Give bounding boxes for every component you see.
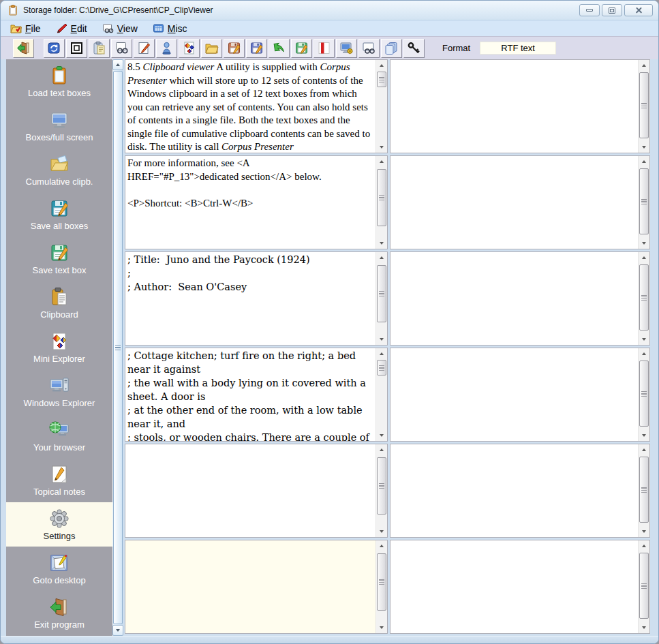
right-box-2-scrollbar[interactable] — [638, 156, 649, 249]
toolbar-button-open-folder[interactable] — [201, 39, 222, 58]
right-box-6-scrollbar[interactable] — [638, 540, 649, 633]
toolbar-button-figure[interactable] — [156, 39, 177, 58]
close-button[interactable] — [624, 4, 653, 16]
toolbar-button-program[interactable] — [44, 39, 65, 58]
scroll-down-arrow[interactable] — [639, 238, 649, 249]
sidebar-item-clipboard[interactable]: Clipboard — [6, 281, 112, 325]
menu-view[interactable]: View — [98, 22, 144, 35]
title-bar[interactable]: Storage folder: C:\Drive_G\CPresent\CP_C… — [1, 1, 658, 20]
text-box-2-content[interactable]: For more information, see <A HREF="#P_13… — [125, 156, 376, 249]
scroll-thumb[interactable] — [377, 360, 386, 375]
text-box-5-content[interactable] — [125, 444, 376, 537]
text-box-3-scrollbar[interactable] — [376, 252, 387, 345]
scroll-thumb[interactable] — [377, 457, 386, 515]
toolbar-button-key[interactable] — [403, 39, 425, 58]
scroll-thumb[interactable] — [377, 265, 386, 322]
scroll-up-arrow[interactable] — [639, 348, 649, 359]
right-box-6-content[interactable] — [390, 540, 638, 633]
scroll-down-arrow[interactable] — [639, 622, 649, 633]
scroll-down-arrow[interactable] — [639, 526, 649, 537]
scroll-down-arrow[interactable] — [376, 334, 387, 345]
toolbar-button-save-blue[interactable] — [246, 39, 267, 58]
text-box-1-content[interactable]: 8.5 Clipboard viewer A utility is suppli… — [125, 60, 376, 153]
toolbar-button-return[interactable] — [269, 39, 290, 58]
toolbar-button-mini-explorer[interactable] — [179, 39, 200, 58]
right-box-4-scrollbar[interactable] — [638, 348, 649, 441]
scroll-thumb[interactable] — [639, 457, 649, 523]
scroll-up-arrow[interactable] — [376, 540, 387, 551]
right-box-4-content[interactable] — [390, 348, 638, 441]
right-box-3-content[interactable] — [390, 252, 638, 345]
sidebar-item-settings[interactable]: Settings — [6, 502, 112, 547]
scroll-thumb[interactable] — [639, 553, 649, 619]
scroll-down-arrow[interactable] — [376, 238, 387, 249]
scroll-down-arrow[interactable] — [639, 334, 649, 345]
scroll-up-arrow[interactable] — [639, 60, 649, 71]
right-box-1-scrollbar[interactable] — [638, 60, 649, 153]
maximize-button[interactable] — [602, 4, 622, 16]
format-value-field[interactable]: RTF text — [480, 42, 556, 55]
toolbar-button-windows-stack[interactable] — [381, 39, 402, 58]
toolbar-button-save-green[interactable] — [291, 39, 312, 58]
text-box-6-scrollbar[interactable] — [376, 540, 387, 633]
menu-misc[interactable]: Misc — [149, 22, 194, 35]
scroll-up-arrow[interactable] — [639, 540, 649, 551]
scroll-thumb[interactable] — [639, 361, 649, 427]
scroll-up-arrow[interactable] — [376, 252, 387, 263]
sidebar-item-boxes-full-screen[interactable]: Boxes/full screen — [6, 104, 112, 148]
toolbar-button-red-bar[interactable] — [313, 39, 335, 58]
sidebar-scroll-thumb[interactable] — [113, 71, 123, 624]
right-box-3-scrollbar[interactable] — [638, 252, 649, 345]
scroll-down-arrow[interactable] — [639, 142, 649, 153]
menu-edit[interactable]: Edit — [52, 22, 94, 35]
sidebar-scroll-up-arrow[interactable] — [112, 59, 123, 70]
scroll-down-arrow[interactable] — [376, 526, 387, 537]
text-box-3-content[interactable]: ; Title: Juno and the Paycock (1924) ; ;… — [125, 252, 376, 345]
text-box-1-scrollbar[interactable] — [376, 60, 387, 153]
sidebar-item-exit-program[interactable]: Exit program — [6, 591, 112, 635]
toolbar-button-save-red[interactable] — [224, 39, 245, 58]
right-box-2-content[interactable] — [390, 156, 638, 249]
scroll-down-arrow[interactable] — [639, 430, 649, 441]
scroll-thumb[interactable] — [639, 168, 649, 234]
sidebar-scroll-down-arrow[interactable] — [112, 625, 123, 636]
text-box-2-scrollbar[interactable] — [376, 156, 387, 249]
toolbar-button-edit-note[interactable] — [134, 39, 155, 58]
text-box-4-content[interactable]: ; Cottage kitchen; turf fire on the righ… — [125, 348, 376, 441]
right-box-1-content[interactable] — [390, 60, 638, 153]
scroll-up-arrow[interactable] — [639, 156, 649, 167]
scroll-up-arrow[interactable] — [376, 60, 387, 71]
scroll-down-arrow[interactable] — [376, 142, 387, 153]
sidebar-item-cumulative-clipb[interactable]: Cumulative clipb. — [6, 148, 112, 192]
sidebar-item-load-text-boxes[interactable]: Load text boxes — [6, 59, 112, 104]
scroll-up-arrow[interactable] — [376, 348, 387, 359]
text-box-4-scrollbar[interactable] — [376, 348, 387, 441]
toolbar-button-box[interactable] — [66, 39, 87, 58]
right-box-5-content[interactable] — [390, 444, 638, 537]
toolbar-button-screen-settings[interactable] — [336, 39, 357, 58]
sidebar-item-windows-explorer[interactable]: Windows Explorer — [6, 369, 112, 414]
scroll-thumb[interactable] — [639, 72, 649, 138]
sidebar-scrollbar[interactable] — [112, 59, 123, 636]
scroll-down-arrow[interactable] — [376, 622, 387, 633]
scroll-up-arrow[interactable] — [376, 156, 387, 167]
sidebar-item-save-all-boxes[interactable]: Save all boxes — [6, 192, 112, 236]
toolbar-button-screen-preview[interactable] — [358, 39, 380, 58]
sidebar-item-save-text-box[interactable]: Save text box — [6, 236, 112, 281]
scroll-up-arrow[interactable] — [639, 252, 649, 263]
scroll-down-arrow[interactable] — [376, 430, 387, 441]
scroll-thumb[interactable] — [639, 264, 649, 331]
sidebar-item-goto-desktop[interactable]: Goto desktop — [6, 547, 112, 591]
toolbar-button-paste[interactable] — [89, 39, 110, 58]
right-box-5-scrollbar[interactable] — [638, 444, 649, 537]
menu-file[interactable]: File — [6, 22, 48, 35]
toolbar-button-exit[interactable] — [13, 39, 34, 58]
sidebar-item-topical-notes[interactable]: Topical notes — [6, 458, 112, 502]
text-box-5-scrollbar[interactable] — [376, 444, 387, 537]
scroll-thumb[interactable] — [377, 72, 386, 87]
scroll-up-arrow[interactable] — [376, 444, 387, 455]
minimize-button[interactable] — [579, 4, 600, 16]
text-box-6-content[interactable] — [125, 540, 376, 633]
scroll-thumb[interactable] — [377, 169, 386, 226]
toolbar-button-view-boxes[interactable] — [111, 39, 132, 58]
